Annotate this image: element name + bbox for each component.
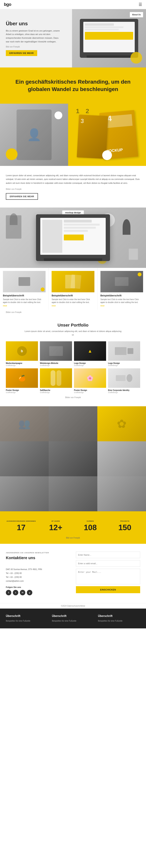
- contact-email-input[interactable]: [76, 560, 140, 567]
- portfolio-item-label: Poster Design: [74, 389, 106, 392]
- portfolio-item-label: Markenkampagne: [6, 362, 38, 365]
- mockup-card-3-title: Beispielüberschrift: [100, 294, 143, 297]
- contact-name-input[interactable]: [76, 552, 140, 558]
- stat-item-3: SURBEN 108: [73, 517, 108, 535]
- hamburger-icon[interactable]: ☰: [139, 2, 142, 7]
- photo-cell-1: 👥: [0, 406, 49, 441]
- rebranding-section: Ein geschäftskritisches Rebranding, um d…: [0, 67, 146, 104]
- footer-col-2-text: Beispieltex für eine Fußzeile: [52, 619, 94, 623]
- content-text-area: Lorem ipsum dolor sit amet, consectetuer…: [6, 174, 140, 200]
- mockup-section: mockup design Beispielüberschrift Sample…: [0, 208, 146, 315]
- stat-label-1: AUSGEZEICHNUNGEN GEWONNEN: [6, 520, 37, 522]
- stat-item-2: 6P JAHRE 12+: [38, 517, 73, 535]
- stat-label-4: PROJEKTE: [110, 520, 140, 522]
- hero-cta-button[interactable]: ERFAHREN SIE MEHR: [6, 50, 37, 56]
- mockup-card-1-title: Beispielüberschrift: [3, 294, 46, 297]
- contact-message-input[interactable]: [76, 569, 140, 584]
- portfolio-item: b Markenkampagne Grafikdesign: [6, 341, 38, 366]
- portfolio-item: 🌸 Poster Design Grafikdesign: [74, 368, 106, 394]
- rebranding-headline: Ein geschäftskritisches Rebranding, um d…: [14, 78, 132, 93]
- mockup-card-1-image: [3, 271, 46, 292]
- social-icon-twitter[interactable]: t: [13, 590, 18, 595]
- stat-label-2: 6P JAHRE: [40, 520, 71, 522]
- portfolio-item-sub: Grafikdesign: [74, 392, 106, 394]
- portfolio-item-label: Logo Design: [74, 362, 106, 365]
- footer: Überschrift Beispieltex für eine Fußzeil…: [0, 609, 146, 628]
- header: bgo ☰: [0, 0, 146, 9]
- contact-form: EINSCHICKEN: [76, 552, 140, 593]
- contact-social-label: Folgen Sie uns: [6, 586, 70, 588]
- mockup-card-3-text: Sample text Click to enter the text here…: [100, 298, 143, 304]
- newsletter-label: ABONNIEREN SIE UNSEREN NEWSLETTER: [6, 552, 70, 554]
- portfolio-item-sub: Grafikdesign: [6, 365, 38, 366]
- photo-cell-6: [97, 441, 146, 476]
- footer-col-2: Überschrift Beispieltex für eine Fußzeil…: [52, 614, 94, 623]
- portfolio-item-sub: Grafikdesign: [108, 365, 140, 366]
- contact-left: ABONNIEREN SIE UNSEREN NEWSLETTER Kontak…: [6, 552, 70, 595]
- mockup-card-1-text: Sample text Click to enter the text here…: [3, 298, 46, 304]
- hero-text-area: Über uns Bis zu einem gewissen Grad ist …: [0, 9, 72, 67]
- footer-col-3-title: Überschrift: [98, 614, 140, 618]
- mockup-card-1: Beispielüberschrift Sample text Click to…: [0, 268, 49, 310]
- mockup-card-2-image: [52, 271, 94, 292]
- logo[interactable]: bgo: [4, 2, 11, 7]
- copyright-bar: ©2024 Datenschutzrichtlinie: [0, 603, 146, 609]
- contact-section: ABONNIEREN SIE UNSEREN NEWSLETTER Kontak…: [0, 544, 146, 603]
- portfolio-item-sub: Grafikdesign: [108, 392, 140, 394]
- content-credit: Bilder von Freepik: [6, 188, 140, 190]
- social-icon-linkedin[interactable]: in: [20, 590, 25, 595]
- two-col-section: 👤 A4 MOCKUP 3 1 2: [0, 104, 146, 166]
- contact-address: DAP, 60 Sunrise Avenue, OTX 4561, FRN Te…: [6, 564, 70, 583]
- portfolio-item: Saftflasche Grafikdesign: [40, 368, 72, 394]
- stats-section: AUSGEZEICHNUNGEN GEWONNEN 17 6P JAHRE 12…: [0, 511, 146, 544]
- contact-right: EINSCHICKEN: [76, 552, 140, 595]
- photo-grid-section: 👥 ✿: [0, 406, 146, 511]
- mockup-card-2: Beispielüberschrift Sample text Click to…: [49, 268, 97, 310]
- portfolio-grid: b Markenkampagne Grafikdesign Webdesign-…: [6, 341, 140, 394]
- stats-credit: Bild von Freepik: [4, 537, 142, 541]
- social-icon-youtube[interactable]: y: [27, 590, 32, 595]
- hero-image-area: About Us: [72, 9, 146, 67]
- laptop-illustration: [80, 19, 138, 58]
- portfolio-item: 🍊 Poster Design Grafikdesign: [6, 368, 38, 394]
- photo-cell-8: [49, 476, 97, 511]
- mockup-card-1-tag: neue: [3, 305, 46, 307]
- photo-cell-7: [0, 476, 49, 511]
- portfolio-item-label: Saftflasche: [40, 389, 72, 392]
- mockup-main-image: mockup design: [0, 208, 146, 268]
- photo-cell-2: [49, 406, 97, 441]
- portfolio-credit: Bilder von Freepik: [6, 396, 140, 399]
- stat-number-4: 150: [110, 523, 140, 532]
- social-icons-row: f t in y: [6, 590, 70, 595]
- mockup-card-2-title: Beispielüberschrift: [52, 294, 94, 297]
- photo-cell-9: [97, 476, 146, 511]
- portfolio-item-sub: Grafikdesign: [6, 392, 38, 394]
- mockup-card-3-tag: neue: [100, 305, 143, 307]
- portfolio-item: Logo Design Grafikdesign: [108, 341, 140, 366]
- content-cta-button[interactable]: ERFAHREN SIE MEHR: [6, 193, 38, 200]
- hero-photo-credit: Bild von Freepik: [6, 46, 66, 48]
- contact-submit-button[interactable]: EINSCHICKEN: [76, 586, 140, 593]
- stats-grid: AUSGEZEICHNUNGEN GEWONNEN 17 6P JAHRE 12…: [4, 517, 142, 535]
- portfolio-item: Eine Corporate Identity Grafikdesign: [108, 368, 140, 394]
- hero-title: Über uns: [6, 21, 66, 27]
- hero-section: Über uns Bis zu einem gewissen Grad ist …: [0, 9, 146, 67]
- stat-number-1: 17: [6, 523, 37, 532]
- portfolio-item-sub: Grafikdesign: [40, 392, 72, 394]
- stat-label-3: SURBEN: [75, 520, 106, 522]
- footer-col-1: Überschrift Beispieltex für eine Fußzeil…: [6, 614, 48, 623]
- content-body: Lorem ipsum dolor sit amet, consectetuer…: [6, 174, 140, 185]
- portfolio-item-label: Webdesign-Website: [40, 362, 72, 365]
- portfolio-item-label: Eine Corporate Identity: [108, 389, 140, 392]
- portfolio-item-sub: Grafikdesign: [74, 365, 106, 366]
- mockup-card-3: Beispielüberschrift Sample text Click to…: [97, 268, 146, 310]
- footer-col-1-title: Überschrift: [6, 614, 48, 618]
- mockup-card-3-image: [100, 271, 143, 292]
- people-image-col: 👤: [0, 104, 68, 166]
- photo-cell-5: [49, 441, 97, 476]
- mockup-card-2-text: Sample text Click to enter the text here…: [52, 298, 94, 304]
- stat-item-1: AUSGEZEICHNUNGEN GEWONNEN 17: [4, 517, 38, 535]
- social-icon-facebook[interactable]: f: [6, 590, 11, 595]
- mockup-credit: Bilder von Freepik: [0, 310, 146, 315]
- stat-number-3: 108: [75, 523, 106, 532]
